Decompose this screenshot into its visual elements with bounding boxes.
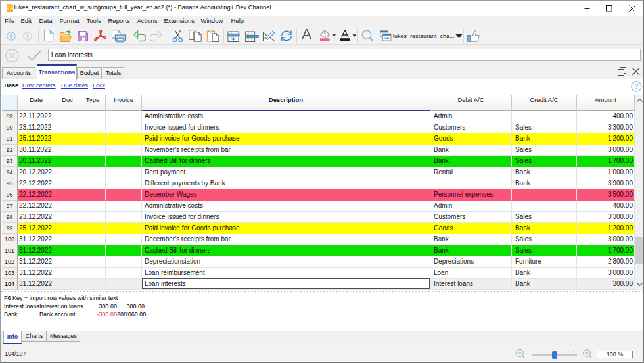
svg-text:?: ? (635, 82, 639, 90)
